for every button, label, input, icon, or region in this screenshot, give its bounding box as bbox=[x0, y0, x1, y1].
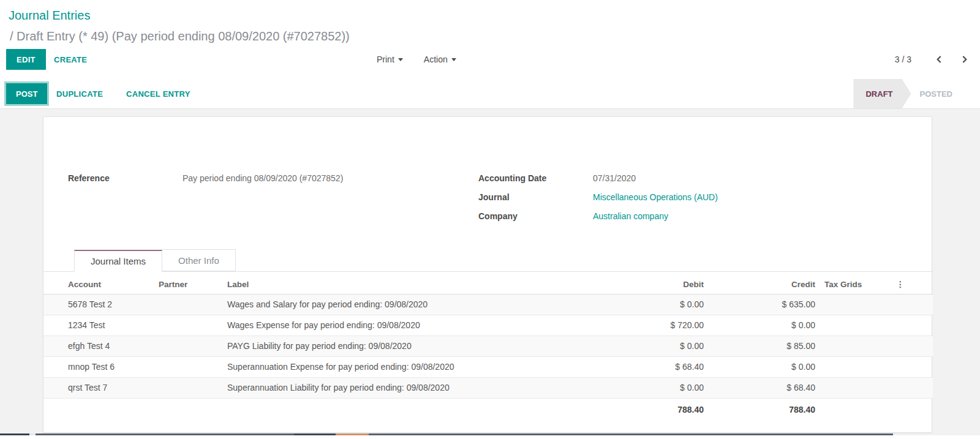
cell-tax-grids[interactable] bbox=[815, 356, 896, 377]
cell-label[interactable]: Superannuation Liability for pay period … bbox=[227, 377, 630, 398]
cell-tax-grids[interactable] bbox=[815, 377, 896, 398]
cell-debit[interactable]: $ 0.00 bbox=[630, 377, 704, 398]
post-button[interactable]: POST bbox=[6, 83, 47, 104]
totals-row: 788.40 788.40 bbox=[43, 398, 933, 421]
cell-partner[interactable] bbox=[159, 377, 227, 398]
statusbar: POST DUPLICATE CANCEL ENTRY DRAFT POSTED bbox=[0, 79, 980, 109]
tab-journal-items[interactable]: Journal Items bbox=[74, 250, 162, 272]
cell-credit[interactable]: $ 68.40 bbox=[704, 377, 815, 398]
form-sheet: Reference Pay period ending 08/09/2020 (… bbox=[43, 116, 932, 433]
breadcrumb-current: / Draft Entry (* 49) (Pay period ending … bbox=[9, 28, 970, 44]
state-draft[interactable]: DRAFT bbox=[853, 79, 911, 108]
cell-debit[interactable]: $ 0.00 bbox=[630, 336, 704, 356]
action-dropdown[interactable]: Action bbox=[424, 54, 456, 64]
cell-account[interactable]: 5678 Test 2 bbox=[43, 294, 159, 315]
cell-credit[interactable]: $ 0.00 bbox=[704, 315, 815, 336]
journal-items-table: Account Partner Label Debit Credit Tax G… bbox=[43, 275, 933, 421]
pager-next-button[interactable] bbox=[959, 53, 970, 66]
tab-other-info[interactable]: Other Info bbox=[162, 249, 236, 271]
vertical-ellipsis-icon: ⋮ bbox=[896, 280, 905, 289]
caret-down-icon bbox=[451, 58, 456, 61]
journal-label: Journal bbox=[478, 192, 593, 202]
create-button[interactable]: CREATE bbox=[54, 49, 87, 70]
table-row[interactable]: qrst Test 7 Superannuation Liability for… bbox=[43, 377, 933, 398]
cell-account[interactable]: qrst Test 7 bbox=[43, 377, 159, 398]
cell-tax-grids[interactable] bbox=[815, 315, 896, 336]
cell-label[interactable]: Wages Expense for pay period ending: 09/… bbox=[227, 315, 630, 336]
table-row[interactable]: efgh Test 4 PAYG Liability for pay perio… bbox=[43, 336, 933, 356]
cell-partner[interactable] bbox=[159, 294, 227, 315]
pager-previous-button[interactable] bbox=[933, 53, 945, 66]
control-panel: EDIT CREATE Print Action 3 / 3 bbox=[0, 44, 980, 79]
cell-tax-grids[interactable] bbox=[815, 336, 896, 356]
cell-partner[interactable] bbox=[159, 315, 227, 336]
cell-label[interactable]: Superannuation Expense for pay period en… bbox=[227, 356, 630, 377]
notebook-tabs: Journal Items Other Info bbox=[43, 249, 932, 272]
column-header-label[interactable]: Label bbox=[227, 275, 630, 294]
table-row[interactable]: mnop Test 6 Superannuation Expense for p… bbox=[43, 356, 933, 377]
optional-columns-button[interactable]: ⋮ bbox=[896, 275, 933, 294]
journal-value-link[interactable]: Miscellaneous Operations (AUD) bbox=[593, 192, 718, 202]
cell-account[interactable]: efgh Test 4 bbox=[43, 336, 159, 356]
cell-credit[interactable]: $ 85.00 bbox=[704, 336, 815, 356]
state-posted[interactable]: POSTED bbox=[911, 79, 980, 108]
cell-account[interactable]: 1234 Test bbox=[43, 315, 159, 336]
table-row[interactable]: 1234 Test Wages Expense for pay period e… bbox=[43, 315, 933, 336]
bottom-edge-strip bbox=[0, 433, 980, 435]
cell-partner[interactable] bbox=[159, 356, 227, 377]
company-label: Company bbox=[478, 211, 593, 221]
pager-counter: 3 / 3 bbox=[895, 54, 911, 64]
column-header-tax-grids[interactable]: Tax Grids bbox=[815, 275, 896, 294]
cell-debit[interactable]: $ 720.00 bbox=[630, 315, 704, 336]
duplicate-button[interactable]: DUPLICATE bbox=[56, 83, 103, 104]
breadcrumb: Journal Entries / Draft Entry (* 49) (Pa… bbox=[0, 0, 980, 44]
cell-label[interactable]: PAYG Liability for pay period ending: 09… bbox=[227, 336, 630, 356]
action-dropdown-label: Action bbox=[424, 54, 448, 64]
cell-debit[interactable]: $ 68.40 bbox=[630, 356, 704, 377]
cell-debit[interactable]: $ 0.00 bbox=[630, 294, 704, 315]
cancel-entry-button[interactable]: CANCEL ENTRY bbox=[126, 83, 190, 104]
cell-partner[interactable] bbox=[159, 336, 227, 356]
record-pager: 3 / 3 bbox=[895, 49, 970, 70]
column-header-account[interactable]: Account bbox=[43, 275, 159, 294]
column-header-partner[interactable]: Partner bbox=[159, 275, 227, 294]
form-view: Reference Pay period ending 08/09/2020 (… bbox=[0, 109, 980, 435]
column-header-credit[interactable]: Credit bbox=[704, 275, 815, 294]
reference-value[interactable]: Pay period ending 08/09/2020 (#7027852) bbox=[183, 173, 343, 183]
print-dropdown-label: Print bbox=[377, 54, 394, 64]
table-header-row: Account Partner Label Debit Credit Tax G… bbox=[43, 275, 933, 294]
caret-down-icon bbox=[398, 58, 403, 61]
cell-credit[interactable]: $ 635.00 bbox=[704, 294, 815, 315]
cell-label[interactable]: Wages and Salary for pay period ending: … bbox=[227, 294, 630, 315]
chevron-right-icon bbox=[960, 57, 969, 66]
cell-account[interactable]: mnop Test 6 bbox=[43, 356, 159, 377]
table-row[interactable]: 5678 Test 2 Wages and Salary for pay per… bbox=[43, 294, 933, 315]
cell-credit[interactable]: $ 0.00 bbox=[704, 356, 815, 377]
state-widget: DRAFT POSTED bbox=[853, 79, 980, 108]
accounting-date-value[interactable]: 07/31/2020 bbox=[593, 173, 636, 183]
print-dropdown[interactable]: Print bbox=[377, 54, 403, 64]
column-header-debit[interactable]: Debit bbox=[630, 275, 704, 294]
breadcrumb-parent-link[interactable]: Journal Entries bbox=[9, 7, 970, 23]
cell-tax-grids[interactable] bbox=[815, 294, 896, 315]
company-value-link[interactable]: Australian company bbox=[593, 211, 668, 221]
chevron-left-icon bbox=[935, 57, 944, 66]
reference-label: Reference bbox=[68, 173, 183, 183]
accounting-date-label: Accounting Date bbox=[478, 173, 593, 183]
total-credit: 788.40 bbox=[704, 398, 815, 421]
edit-button[interactable]: EDIT bbox=[6, 49, 46, 70]
total-debit: 788.40 bbox=[630, 398, 704, 421]
